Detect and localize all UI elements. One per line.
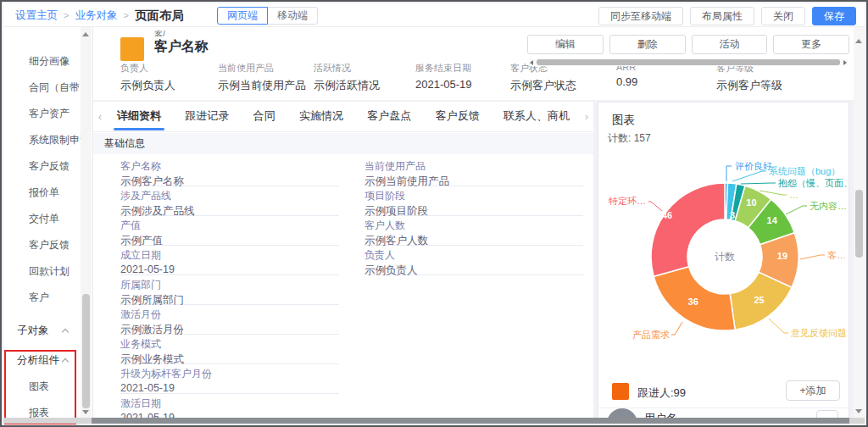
window-vscrollbar[interactable] — [854, 27, 865, 418]
detail-field-label: 项目阶段 — [364, 191, 583, 202]
detail-field-value: 示例负责人 — [364, 263, 583, 278]
slice-category-label: 意见反馈问题 — [791, 328, 847, 338]
tab-item[interactable]: 实施情况 — [299, 102, 343, 132]
detail-field[interactable]: 项目阶段示例项目阶段 — [364, 191, 583, 216]
slice-category-label: 抱怨（慢、页面、… — [778, 178, 849, 188]
sidebar-item-analysis[interactable]: 图表 — [3, 374, 81, 400]
label-leader-line — [648, 202, 662, 211]
label-leader-line — [800, 255, 825, 259]
buttons-hscroll-thumb[interactable] — [537, 59, 840, 65]
tabs-scroll-left-icon[interactable]: ‹ — [93, 111, 107, 123]
save-button[interactable]: 保存 — [812, 7, 856, 25]
detail-field[interactable]: 涉及产品线示例涉及产品线 — [120, 191, 339, 216]
detail-field-label: 当前使用产品 — [364, 161, 583, 172]
scroll-up-icon[interactable] — [855, 39, 862, 43]
detail-field[interactable]: 激活日期2021-05-19 — [120, 398, 339, 419]
chart-panel[interactable]: 图表 计数: 157 1评价良好3系统问题（bug）3抱怨（慢、页面、…10…1… — [598, 102, 849, 419]
record-action-button[interactable]: 更多 — [773, 35, 849, 54]
sidebar-item[interactable]: 回款计划 — [3, 258, 81, 285]
section-header: 基础信息 — [93, 133, 593, 154]
sidebar-section-sub-object[interactable]: 子对象 — [3, 318, 81, 344]
sidebar-scroll-thumb[interactable] — [82, 294, 90, 408]
donut-slice — [651, 183, 725, 276]
slice-value-label: 3 — [730, 210, 735, 220]
sidebar: 细分画像合同（自带）客户资产系统限制申请明细客户反馈报价单交付单客户反馈回款计划… — [3, 27, 93, 418]
detail-fields: 客户名称示例客户名称涉及产品线示例涉及产品线产值示例产值成立日期2021-05-… — [120, 161, 585, 419]
record-action-button[interactable]: 活动 — [692, 35, 768, 54]
slice-category-label: 无内容… — [810, 201, 847, 211]
header-field-label: 负责人 — [120, 62, 175, 75]
detail-field[interactable]: 负责人示例负责人 — [364, 250, 583, 275]
chevron-up-icon — [62, 329, 69, 336]
scroll-left-icon[interactable] — [530, 60, 533, 65]
tab-item[interactable]: 客户盘点 — [367, 102, 411, 132]
close-button[interactable]: 关闭 — [761, 7, 805, 25]
detail-field-label: 客户人数 — [364, 220, 583, 231]
scroll-right-icon[interactable] — [843, 60, 847, 65]
tab-item[interactable]: 跟进记录 — [185, 102, 229, 132]
breadcrumb-link[interactable]: 设置主页 — [15, 8, 58, 23]
sidebar-item[interactable]: 客户 — [3, 285, 81, 311]
tab-item[interactable]: 合同 — [253, 102, 275, 132]
donut-chart[interactable]: 1评价良好3系统问题（bug）3抱怨（慢、页面、…10…14无内容…19客…25… — [598, 143, 849, 384]
sidebar-item[interactable]: 报价单 — [3, 180, 81, 206]
toggle-web-button[interactable]: 网页端 — [217, 7, 268, 25]
detail-field[interactable]: 所属部门示例所属部门 — [120, 280, 339, 305]
scroll-down-icon[interactable] — [82, 410, 89, 414]
sidebar-item[interactable]: 交付单 — [3, 206, 81, 232]
detail-field-label: 升级为标杆客户月份 — [120, 369, 339, 380]
slice-category-label: 产品需求 — [632, 330, 670, 340]
layout-properties-button[interactable]: 布局属性 — [690, 7, 754, 25]
tabs-scroll-right-icon[interactable]: › — [580, 111, 593, 123]
sidebar-scrollbar[interactable] — [81, 27, 92, 418]
detail-field[interactable]: 成立日期2021-05-19 — [120, 250, 339, 275]
tab-bar: ‹ 详细资料跟进记录合同实施情况客户盘点客户反馈联系人、商机 › — [93, 102, 593, 132]
detail-field-value: 2021-05-19 — [120, 382, 339, 394]
detail-field-value: 示例项目阶段 — [364, 204, 583, 219]
detail-field-value: 示例业务模式 — [120, 352, 339, 367]
scroll-up-icon[interactable] — [82, 32, 89, 36]
record-action-button[interactable]: 编辑 — [527, 35, 604, 54]
follower-icon — [612, 383, 629, 400]
detail-field-value: 示例所属部门 — [120, 293, 339, 308]
breadcrumb-current: 页面布局 — [135, 8, 184, 24]
slice-value-label: 10 — [746, 197, 756, 208]
sidebar-item[interactable]: 合同（自带） — [3, 75, 81, 101]
sidebar-item[interactable]: 客户反馈 — [3, 153, 81, 180]
sidebar-item[interactable]: 细分画像 — [3, 48, 81, 75]
detail-field[interactable]: 客户人数示例客户人数 — [364, 220, 583, 246]
window-hscroll-thumb[interactable] — [92, 418, 849, 424]
detail-field-label: 客户名称 — [120, 161, 339, 172]
sync-to-mobile-button[interactable]: 同步至移动端 — [598, 7, 683, 25]
header-field-value: 示例活跃情况 — [314, 78, 380, 93]
tab-item[interactable]: 联系人、商机 — [504, 102, 570, 132]
slice-category-label: 系统问题（bug） — [769, 166, 840, 176]
sidebar-item[interactable]: 客户反馈 — [3, 232, 81, 258]
scroll-down-icon[interactable] — [855, 409, 862, 413]
sidebar-section-analysis[interactable]: 分析组件 — [3, 347, 81, 374]
topbar-actions: 同步至移动端 布局属性 关闭 保存 — [598, 7, 856, 25]
detail-field[interactable]: 产值示例产值 — [120, 220, 339, 246]
header-field: 当前使用产品示例当前使用产品 — [218, 62, 306, 93]
header-field-label: 活跃情况 — [314, 62, 380, 75]
sidebar-item[interactable]: 客户资产 — [3, 101, 81, 127]
detail-field-value: 2021-05-19 — [120, 263, 339, 275]
detail-field[interactable]: 升级为标杆客户月份2021-05-19 — [120, 369, 339, 394]
toggle-mobile-button[interactable]: 移动端 — [267, 7, 318, 25]
follower-row: 跟进人:99 +添加 — [598, 380, 849, 408]
tab-active[interactable]: 详细资料 — [117, 102, 161, 132]
detail-field[interactable]: 业务模式示例业务模式 — [120, 339, 339, 364]
sidebar-item[interactable]: 系统限制申请明细 — [3, 127, 81, 153]
breadcrumb-link[interactable]: 业务对象 — [75, 8, 117, 23]
detail-field[interactable]: 当前使用产品示例当前使用产品 — [364, 161, 583, 186]
detail-field[interactable]: 激活月份示例激活月份 — [120, 309, 339, 335]
detail-field[interactable]: 客户名称示例客户名称 — [120, 161, 339, 186]
tab-item[interactable]: 客户反馈 — [436, 102, 480, 132]
header-field: 负责人示例负责人 — [120, 62, 175, 93]
record-action-button[interactable]: 删除 — [609, 35, 686, 54]
window-hscrollbar[interactable] — [3, 418, 865, 424]
add-follower-button[interactable]: +添加 — [786, 380, 840, 401]
window-vscroll-thumb[interactable] — [855, 190, 863, 258]
buttons-hscrollbar[interactable] — [529, 58, 848, 66]
breadcrumb-separator: > — [64, 10, 69, 20]
